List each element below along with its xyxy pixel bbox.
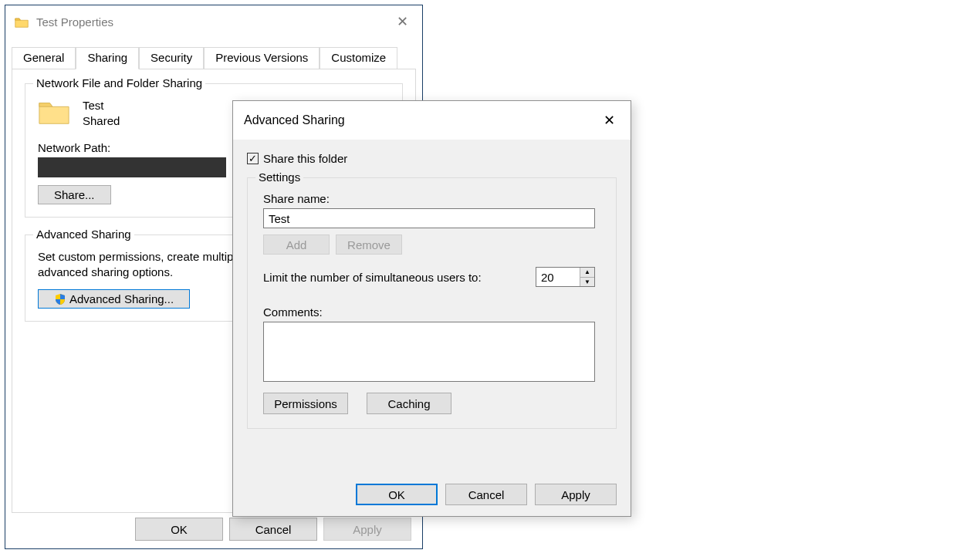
- remove-button[interactable]: Remove: [336, 234, 402, 255]
- spinner-down-icon[interactable]: ▼: [580, 278, 594, 287]
- properties-titlebar: Test Properties ✕: [5, 5, 422, 38]
- properties-title: Test Properties: [36, 15, 392, 29]
- tab-strip: General Sharing Security Previous Versio…: [5, 38, 422, 69]
- settings-group: Settings Share name: Test Add Remove Lim…: [247, 177, 617, 429]
- limit-users-value[interactable]: 20: [536, 268, 580, 286]
- add-button[interactable]: Add: [263, 234, 330, 255]
- network-path-field[interactable]: [38, 157, 226, 177]
- properties-apply-button[interactable]: Apply: [323, 518, 411, 541]
- adv-dialog-buttons: OK Cancel Apply: [233, 484, 631, 505]
- advanced-sharing-button[interactable]: Advanced Sharing...: [38, 289, 190, 309]
- share-folder-name: Test: [83, 98, 120, 113]
- advanced-sharing-legend: Advanced Sharing: [33, 228, 134, 241]
- adv-dialog-titlebar: Advanced Sharing ✕: [233, 101, 631, 140]
- limit-users-label: Limit the number of simultaneous users t…: [263, 271, 482, 284]
- advanced-sharing-button-label: Advanced Sharing...: [69, 292, 174, 305]
- permissions-button[interactable]: Permissions: [263, 393, 348, 414]
- shield-icon: [54, 293, 66, 305]
- advanced-sharing-dialog: Advanced Sharing ✕ ✓ Share this folder S…: [232, 100, 631, 517]
- limit-users-spinner[interactable]: 20 ▲ ▼: [536, 267, 595, 287]
- checkbox-checked-icon: ✓: [247, 153, 259, 164]
- share-name-input[interactable]: Test: [263, 208, 595, 228]
- properties-cancel-button[interactable]: Cancel: [229, 518, 317, 541]
- tab-previous[interactable]: Previous Versions: [204, 47, 320, 69]
- comments-label: Comments:: [263, 305, 600, 319]
- share-folder-status: Shared: [83, 113, 120, 129]
- caching-button[interactable]: Caching: [367, 393, 451, 414]
- folder-icon: [15, 16, 29, 28]
- tab-sharing[interactable]: Sharing: [76, 47, 139, 69]
- share-name-value: Test: [269, 212, 290, 225]
- network-sharing-legend: Network File and Folder Sharing: [33, 76, 205, 89]
- comments-textarea[interactable]: [263, 322, 595, 382]
- adv-cancel-button[interactable]: Cancel: [445, 484, 527, 505]
- folder-large-icon: [38, 98, 70, 126]
- properties-close-icon[interactable]: ✕: [392, 13, 413, 30]
- adv-apply-button[interactable]: Apply: [535, 484, 617, 505]
- adv-dialog-close-icon[interactable]: ✕: [599, 112, 620, 129]
- share-button[interactable]: Share...: [38, 185, 111, 204]
- properties-buttons: OK Cancel Apply: [5, 518, 422, 541]
- share-this-folder-checkbox[interactable]: ✓ Share this folder: [247, 152, 617, 165]
- tab-customize[interactable]: Customize: [320, 47, 397, 69]
- settings-legend: Settings: [255, 170, 303, 184]
- properties-ok-button[interactable]: OK: [135, 518, 223, 541]
- spinner-up-icon[interactable]: ▲: [580, 268, 594, 278]
- share-name-label: Share name:: [263, 192, 600, 205]
- share-this-folder-label: Share this folder: [263, 152, 347, 165]
- tab-general[interactable]: General: [12, 47, 76, 69]
- tab-security[interactable]: Security: [139, 47, 204, 69]
- adv-dialog-title: Advanced Sharing: [244, 113, 599, 127]
- adv-ok-button[interactable]: OK: [356, 484, 438, 505]
